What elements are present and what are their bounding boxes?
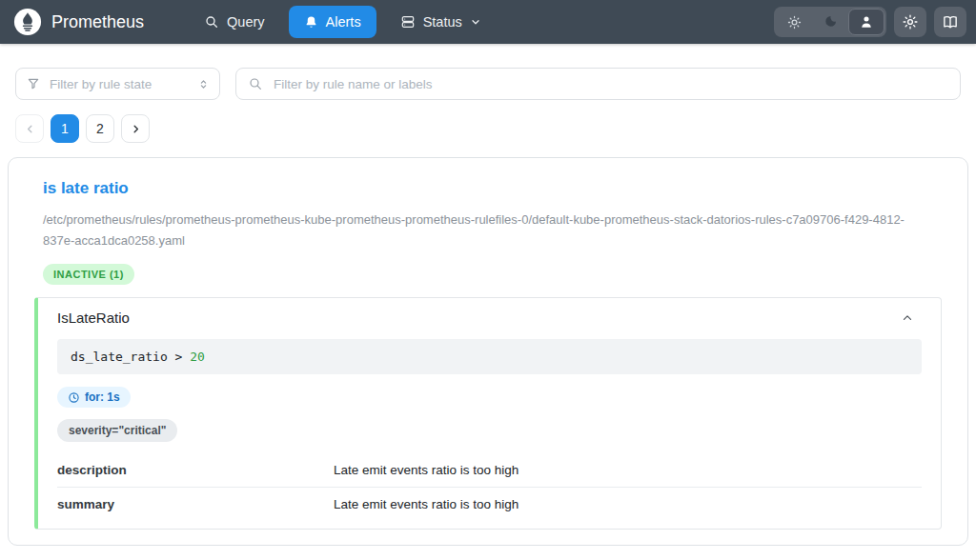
- selector-chevrons-icon: [197, 78, 210, 90]
- navbar-controls: [774, 7, 966, 37]
- pagination-page-2[interactable]: 2: [86, 114, 114, 143]
- annotation-key: summary: [57, 497, 334, 511]
- book-icon: [942, 13, 959, 30]
- annotation-value: Late emit events ratio is too high: [334, 497, 518, 511]
- inactive-state-badge: INACTIVE (1): [43, 264, 134, 285]
- pagination-next-button[interactable]: [121, 114, 150, 143]
- annotation-row: summary Late emit events ratio is too hi…: [57, 487, 922, 521]
- nav-label-alerts: Alerts: [326, 14, 361, 30]
- filter-row: Filter by rule state: [15, 68, 961, 100]
- theme-auto-button[interactable]: [848, 9, 884, 35]
- annotations-table: description Late emit events ratio is to…: [57, 453, 922, 521]
- nav-item-status[interactable]: Status: [390, 7, 492, 37]
- rule-file-path: /etc/prometheus/rules/prometheus-prometh…: [43, 210, 933, 250]
- rule-expression: ds_late_ratio > 20: [57, 339, 922, 374]
- documentation-button[interactable]: [934, 7, 966, 37]
- severity-label-pill: severity="critical": [57, 419, 177, 442]
- settings-button[interactable]: [894, 7, 926, 37]
- rule-group-title: is late ratio: [43, 179, 942, 198]
- nav-item-query[interactable]: Query: [193, 7, 275, 37]
- nav-item-alerts[interactable]: Alerts: [289, 6, 376, 38]
- brand[interactable]: Prometheus: [13, 8, 144, 36]
- filter-icon: [26, 76, 41, 91]
- prometheus-logo-icon: [13, 8, 42, 36]
- rule-search-box: [235, 68, 961, 100]
- pagination-prev-button[interactable]: [15, 114, 44, 143]
- brand-name: Prometheus: [51, 12, 144, 32]
- search-icon: [204, 14, 219, 30]
- rule-search-input[interactable]: [272, 76, 948, 92]
- navbar: Prometheus Query Alerts: [0, 0, 976, 44]
- rule-panel: IsLateRatio ds_late_ratio > 20 for: 1s: [34, 297, 942, 530]
- server-icon: [400, 14, 416, 30]
- chevron-up-icon: [901, 311, 914, 325]
- rule-group-card: is late ratio /etc/prometheus/rules/prom…: [8, 157, 968, 546]
- annotation-key: description: [57, 463, 334, 477]
- chevron-down-icon: [470, 16, 481, 28]
- user-icon: [859, 14, 874, 30]
- pagination: 1 2: [15, 114, 961, 143]
- theme-toggle: [774, 7, 886, 37]
- nav-label-query: Query: [227, 14, 265, 30]
- rule-name: IsLateRatio: [57, 310, 130, 326]
- clock-icon: [68, 391, 80, 404]
- rule-state-select-placeholder: Filter by rule state: [50, 77, 152, 91]
- nav-label-status: Status: [423, 14, 462, 30]
- theme-dark-button[interactable]: [812, 9, 848, 35]
- chevron-left-icon: [24, 123, 36, 135]
- main-nav: Query Alerts Status: [193, 6, 492, 38]
- pagination-page-1[interactable]: 1: [51, 114, 79, 143]
- sun-icon: [786, 14, 803, 30]
- bell-icon: [304, 15, 318, 30]
- annotation-row: description Late emit events ratio is to…: [57, 453, 922, 487]
- annotation-value: Late emit events ratio is too high: [334, 463, 518, 477]
- for-duration-label: for: 1s: [85, 390, 120, 404]
- rule-accordion-header[interactable]: IsLateRatio: [38, 298, 941, 337]
- for-duration-badge: for: 1s: [57, 387, 131, 408]
- moon-icon: [823, 14, 838, 30]
- gear-icon: [902, 13, 919, 30]
- theme-light-button[interactable]: [776, 9, 812, 35]
- search-icon: [248, 76, 263, 91]
- chevron-right-icon: [130, 123, 142, 135]
- expression-threshold: 20: [190, 350, 205, 364]
- main-content: Filter by rule state 1 2: [0, 68, 976, 546]
- expression-query: ds_late_ratio >: [71, 350, 190, 364]
- rule-state-select[interactable]: Filter by rule state: [15, 68, 220, 100]
